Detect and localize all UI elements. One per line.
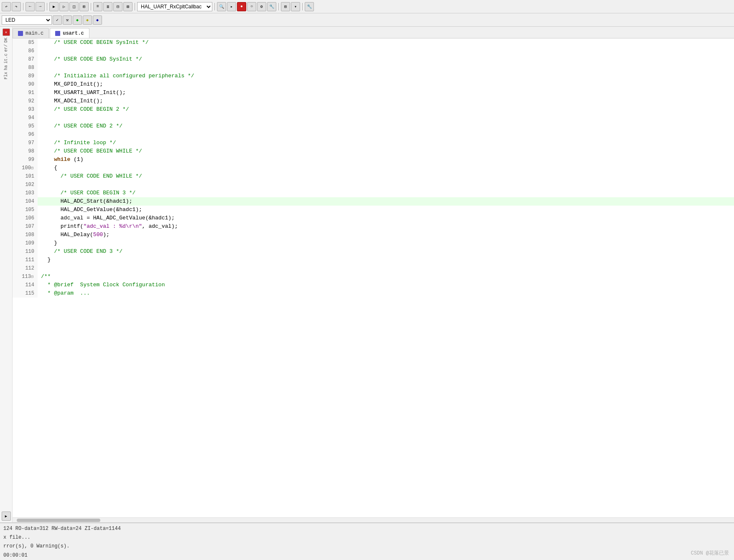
fold-marker-113[interactable]: ⊟ bbox=[31, 275, 33, 279]
status-line-3: rror(s), 0 Warning(s). bbox=[3, 542, 731, 550]
sidebar-item-er[interactable]: er/ bbox=[4, 44, 8, 52]
code-line-85[interactable]: 85 /* USER CODE BEGIN SysInit */ bbox=[13, 38, 734, 47]
line-content-102 bbox=[38, 181, 41, 189]
line-content-114: * @brief System Clock Configuration bbox=[38, 281, 165, 289]
code-line-103[interactable]: 103 /* USER CODE BEGIN 3 */ bbox=[13, 189, 734, 197]
line-content-95: /* USER CODE END 2 */ bbox=[38, 122, 122, 130]
sep7 bbox=[302, 3, 303, 10]
sep1 bbox=[23, 3, 23, 10]
line-number-115: 115 bbox=[13, 289, 38, 298]
code-line-96[interactable]: 96 bbox=[13, 130, 734, 139]
toolbar-btn-forward[interactable]: → bbox=[36, 2, 45, 11]
code-line-110[interactable]: 110 /* USER CODE END 3 */ bbox=[13, 247, 734, 256]
toolbar-btn-diamond-yellow[interactable]: ◆ bbox=[83, 15, 92, 25]
line-content-86 bbox=[38, 47, 41, 55]
toolbar-btn-15[interactable]: 🔧 bbox=[305, 2, 314, 11]
toolbar-btn-5[interactable]: ≡ bbox=[93, 2, 102, 11]
sidebar-item-itc[interactable]: it.c bbox=[4, 53, 8, 64]
toolbar-btn-back[interactable]: ← bbox=[25, 2, 35, 11]
line-content-101: /* USER CODE END WHILE */ bbox=[38, 172, 142, 181]
code-line-104[interactable]: 104 HAL_ADC_Start(&hadc1); bbox=[13, 197, 734, 206]
line-number-95: 95 bbox=[13, 122, 38, 130]
code-line-92[interactable]: 92 MX_ADC1_Init(); bbox=[13, 97, 734, 105]
toolbar-btn-3[interactable]: ◫ bbox=[69, 2, 79, 11]
sep4 bbox=[135, 3, 135, 10]
code-line-108[interactable]: 108 HAL_Delay(500); bbox=[13, 231, 734, 239]
line-number-93: 93 bbox=[13, 105, 38, 114]
toolbar-btn-6[interactable]: ≣ bbox=[103, 2, 112, 11]
code-line-97[interactable]: 97 /* Infinite loop */ bbox=[13, 139, 734, 147]
sidebar-item-ha[interactable]: ha bbox=[4, 65, 8, 70]
code-line-91[interactable]: 91 MX_USART1_UART_Init(); bbox=[13, 89, 734, 97]
toolbar-btn-9[interactable]: 🔍 bbox=[217, 2, 226, 11]
code-line-93[interactable]: 93 /* USER CODE BEGIN 2 */ bbox=[13, 105, 734, 114]
code-line-111[interactable]: 111 } bbox=[13, 256, 734, 264]
toolbar-btn-redo[interactable]: ↷ bbox=[12, 2, 21, 11]
code-line-89[interactable]: 89 /* Initialize all configured peripher… bbox=[13, 72, 734, 80]
code-content: 85 /* USER CODE BEGIN SysInit */8687 /* … bbox=[13, 38, 734, 517]
line-content-94 bbox=[38, 114, 41, 122]
line-content-106: adc_val = HAL_ADC_GetValue(&hadc1); bbox=[38, 214, 175, 222]
code-editor[interactable]: 85 /* USER CODE BEGIN SysInit */8687 /* … bbox=[13, 38, 734, 517]
code-line-112[interactable]: 112 bbox=[13, 264, 734, 272]
code-line-102[interactable]: 102 bbox=[13, 181, 734, 189]
code-line-106[interactable]: 106 adc_val = HAL_ADC_GetValue(&hadc1); bbox=[13, 214, 734, 222]
code-line-109[interactable]: 109 } bbox=[13, 239, 734, 247]
line-number-88: 88 bbox=[13, 64, 38, 72]
toolbar-btn-8[interactable]: ⊠ bbox=[123, 2, 133, 11]
line-content-93: /* USER CODE BEGIN 2 */ bbox=[38, 105, 129, 114]
line-number-112: 112 bbox=[13, 264, 38, 272]
watermark: CSDN @花落已景 bbox=[691, 550, 729, 557]
toolbar-btn-check[interactable]: ✓ bbox=[53, 15, 62, 25]
sidebar-item-dk[interactable]: DK bbox=[4, 38, 8, 43]
toolbar-btn-diamond-green[interactable]: ◆ bbox=[73, 15, 82, 25]
horizontal-scrollbar[interactable] bbox=[13, 517, 734, 522]
toolbar-btn-4[interactable]: ⊞ bbox=[79, 2, 89, 11]
toolbar-btn-11[interactable]: ○ bbox=[247, 2, 256, 11]
fold-marker-100[interactable]: ⊟ bbox=[31, 166, 33, 171]
status-line-1: 124 RO-data=312 RW-data=24 ZI-data=1144 bbox=[3, 525, 731, 533]
code-line-105[interactable]: 105 HAL_ADC_GetValue(&hadc1); bbox=[13, 206, 734, 214]
toolbar-btn-build[interactable]: ⚒ bbox=[63, 15, 72, 25]
code-line-114[interactable]: 114 * @brief System Clock Configuration bbox=[13, 281, 734, 289]
scroll-thumb[interactable] bbox=[17, 519, 100, 522]
toolbar-btn-14[interactable]: ▾ bbox=[291, 2, 300, 11]
code-line-101[interactable]: 101 /* USER CODE END WHILE */ bbox=[13, 172, 734, 181]
toolbar-btn-1[interactable]: ▶ bbox=[49, 2, 59, 11]
code-line-107[interactable]: 107 printf("adc_val : %d\r\n", adc_val); bbox=[13, 222, 734, 231]
toolbar-btn-7[interactable]: ⊟ bbox=[113, 2, 122, 11]
line-number-105: 105 bbox=[13, 206, 38, 214]
sidebar-expand-btn[interactable]: ▶ bbox=[2, 512, 11, 521]
function-dropdown[interactable]: HAL_UART_RxCpltCallbac bbox=[137, 2, 212, 11]
code-line-88[interactable]: 88 bbox=[13, 64, 734, 72]
line-number-102: 102 bbox=[13, 181, 38, 189]
project-dropdown[interactable]: LED bbox=[2, 15, 52, 25]
code-line-86[interactable]: 86 bbox=[13, 47, 734, 55]
line-number-113: 113⊟ bbox=[13, 272, 38, 281]
code-line-95[interactable]: 95 /* USER CODE END 2 */ bbox=[13, 122, 734, 130]
tab-bar: main.c usart.c bbox=[13, 27, 734, 38]
tab-main-c[interactable]: main.c bbox=[13, 28, 49, 38]
toolbar-btn-13[interactable]: 🔧 bbox=[267, 2, 276, 11]
toolbar-btn-2[interactable]: ▷ bbox=[59, 2, 69, 11]
code-line-115[interactable]: 115 * @param ... bbox=[13, 289, 734, 298]
toolbar-btn-10[interactable]: ▸ bbox=[227, 2, 236, 11]
sidebar-item-flx[interactable]: Flx bbox=[4, 72, 8, 79]
toolbar-btn-undo[interactable]: ↶ bbox=[2, 2, 11, 11]
code-line-100[interactable]: 100⊟ { bbox=[13, 164, 734, 172]
toolbar-btn-12[interactable]: ⚙ bbox=[257, 2, 266, 11]
line-number-100: 100⊟ bbox=[13, 164, 38, 172]
toolbar-btn-view[interactable]: ⊞ bbox=[281, 2, 290, 11]
code-line-98[interactable]: 98 /* USER CODE BEGIN WHILE */ bbox=[13, 147, 734, 155]
code-line-99[interactable]: 99 while (1) bbox=[13, 155, 734, 164]
code-line-87[interactable]: 87 /* USER CODE END SysInit */ bbox=[13, 55, 734, 64]
line-content-96 bbox=[38, 130, 41, 139]
toolbar-btn-diamond-blue[interactable]: ◆ bbox=[93, 15, 102, 25]
code-line-94[interactable]: 94 bbox=[13, 114, 734, 122]
code-line-113[interactable]: 113⊟/** bbox=[13, 272, 734, 281]
line-content-90: MX_GPIO_Init(); bbox=[38, 80, 103, 89]
close-panel-btn[interactable]: ✕ bbox=[3, 28, 10, 36]
toolbar-btn-debug[interactable]: ● bbox=[237, 2, 246, 11]
code-line-90[interactable]: 90 MX_GPIO_Init(); bbox=[13, 80, 734, 89]
tab-usart-c[interactable]: usart.c bbox=[50, 28, 89, 38]
